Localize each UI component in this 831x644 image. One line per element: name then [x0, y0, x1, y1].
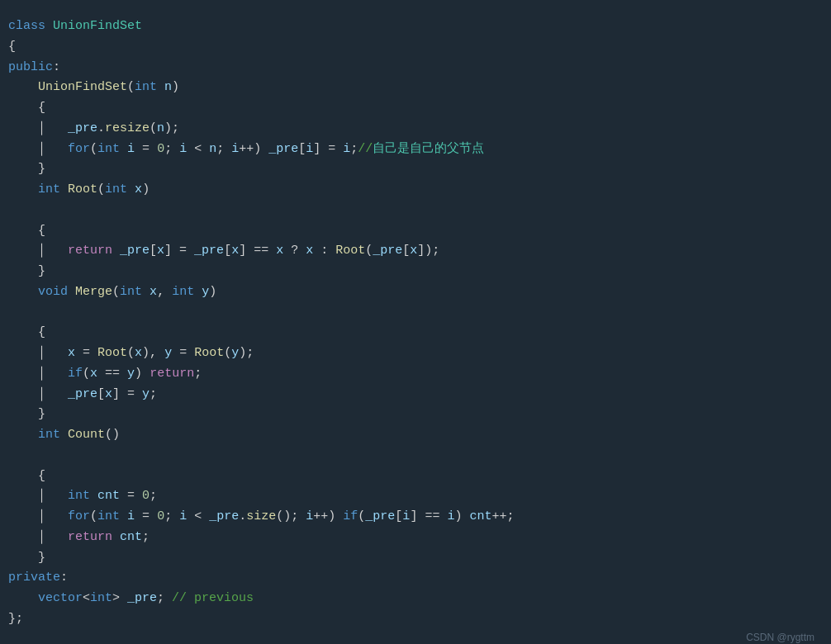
code-line-14: void Merge(int x, int y)	[8, 282, 814, 303]
code-line-19: │ _pre[x] = y;	[8, 385, 814, 405]
watermark: CSDN @rygttm	[746, 630, 814, 644]
code-line-11: {	[8, 221, 814, 242]
code-line-28: private:	[8, 568, 814, 589]
code-line-7: │ for(int i = 0; i < n; i++) _pre[i] = i…	[8, 140, 814, 160]
code-line-16: {	[8, 323, 814, 343]
code-line-23: {	[8, 466, 814, 487]
code-line-15	[8, 303, 814, 324]
code-line-26: │ return cnt;	[8, 528, 814, 548]
code-line-13: }	[8, 262, 814, 282]
code-line-5: {	[8, 98, 814, 119]
code-line-4: UnionFindSet(int n)	[8, 78, 814, 98]
code-line-2: {	[8, 37, 814, 58]
code-line-10	[8, 201, 814, 221]
code-line-3: public:	[8, 58, 814, 78]
code-line-17: │ x = Root(x), y = Root(y);	[8, 343, 814, 364]
code-line-9: int Root(int x)	[8, 180, 814, 201]
code-container: class UnionFindSet { public: UnionFindSe…	[0, 10, 831, 644]
code-line-24: │ int cnt = 0;	[8, 486, 814, 507]
code-line-21: int Count()	[8, 425, 814, 446]
code-line-8: }	[8, 159, 814, 180]
code-line-18: │ if(x == y) return;	[8, 364, 814, 385]
code-line-12: │ return _pre[x] = _pre[x] == x ? x : Ro…	[8, 241, 814, 262]
code-line-1: class UnionFindSet	[8, 17, 814, 37]
code-line-6: │ _pre.resize(n);	[8, 119, 814, 140]
code-line-25: │ for(int i = 0; i < _pre.size(); i++) i…	[8, 507, 814, 528]
code-line-20: }	[8, 405, 814, 425]
code-line-27: }	[8, 548, 814, 569]
code-line-22	[8, 446, 814, 466]
code-line-29: vector<int> _pre; // previous	[8, 589, 814, 609]
code-line-30: };	[8, 609, 814, 630]
